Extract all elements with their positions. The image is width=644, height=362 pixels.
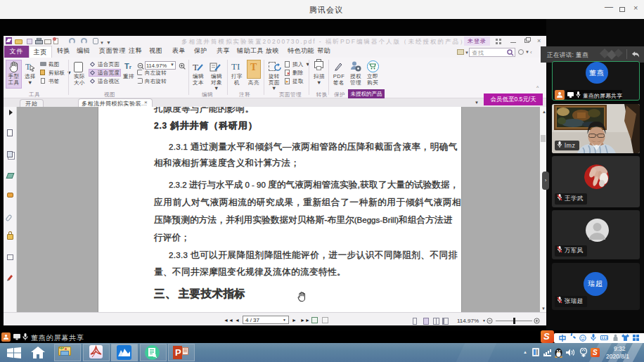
svg-text:T: T <box>193 62 198 72</box>
